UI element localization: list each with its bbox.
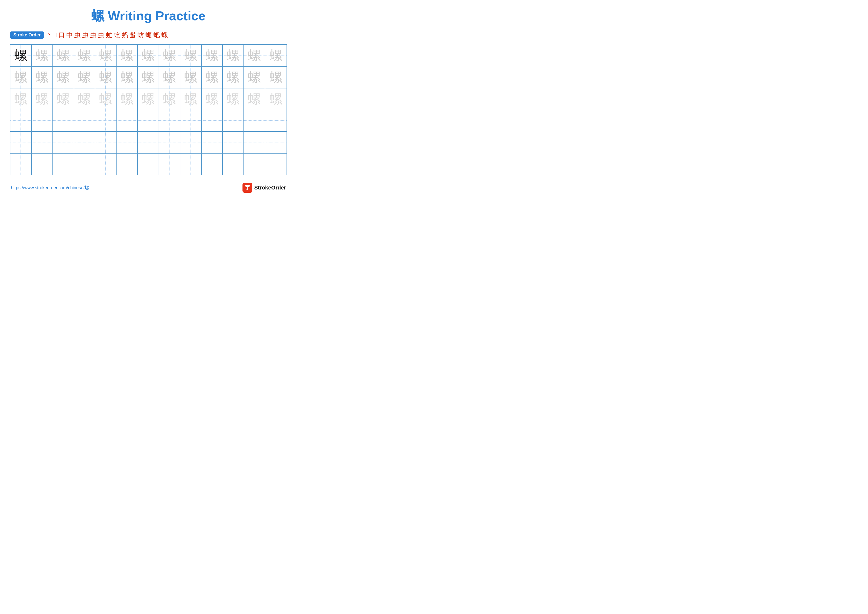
grid-cell-5-9 [202,154,223,175]
grid-cell-1-5: 螺 [116,67,138,88]
stroke-char-6: 虫 [90,31,96,39]
grid-cell-5-6 [138,154,159,175]
grid-cell-2-6: 螺 [138,89,159,110]
grid-cell-5-12 [265,154,287,175]
cell-char-0-8: 螺 [184,49,197,62]
stroke-char-2: 口 [58,31,65,39]
grid-cell-1-9: 螺 [202,67,223,88]
grid-cell-4-2 [53,132,74,153]
grid-cell-3-7 [159,110,180,132]
cell-char-2-6: 螺 [142,93,155,106]
grid-cell-4-5 [116,132,138,153]
cell-char-0-3: 螺 [78,49,91,62]
stroke-char-12: 蚄 [138,31,144,39]
grid-cell-3-2 [53,110,74,132]
stroke-char-5: 虫 [82,31,88,39]
footer-brand: 字 StrokeOrder [242,183,286,193]
grid-cell-1-0: 螺 [10,67,32,88]
grid-cell-4-0 [10,132,32,153]
grid-cell-3-11 [244,110,265,132]
grid-cell-3-6 [138,110,159,132]
cell-char-0-12: 螺 [270,49,282,62]
cell-char-2-1: 螺 [36,93,48,106]
grid-cell-1-4: 螺 [95,67,116,88]
cell-char-2-2: 螺 [57,93,70,106]
grid-cell-4-11 [244,132,265,153]
cell-char-0-0: 螺 [14,49,27,62]
grid-cell-2-2: 螺 [53,89,74,110]
grid-cell-3-0 [10,110,32,132]
cell-char-1-9: 螺 [206,71,219,84]
title-suffix: Writing Practice [104,9,205,23]
grid-cell-5-3 [74,154,96,175]
grid-cell-5-8 [180,154,202,175]
grid-cell-3-1 [32,110,53,132]
page-title: 螺 Writing Practice [10,8,287,25]
grid-cell-0-6: 螺 [138,45,159,66]
cell-char-0-9: 螺 [206,49,219,62]
grid-cell-2-8: 螺 [180,89,202,110]
grid-cell-3-5 [116,110,138,132]
grid-cell-5-1 [32,154,53,175]
cell-char-0-1: 螺 [36,49,48,62]
grid-cell-0-1: 螺 [32,45,53,66]
cell-char-2-10: 螺 [227,93,240,106]
cell-char-2-4: 螺 [99,93,112,106]
stroke-char-13: 蚅 [146,31,152,39]
cell-char-1-3: 螺 [78,71,91,84]
grid-cell-4-8 [180,132,202,153]
practice-grid: 螺螺螺螺螺螺螺螺螺螺螺螺螺螺螺螺螺螺螺螺螺螺螺螺螺螺螺螺螺螺螺螺螺螺螺螺螺螺螺 [10,44,287,176]
grid-cell-4-9 [202,132,223,153]
grid-cell-4-7 [159,132,180,153]
stroke-char-10: 蚂 [122,31,128,39]
grid-cell-4-6 [138,132,159,153]
grid-cell-1-7: 螺 [159,67,180,88]
grid-row-3 [10,110,287,132]
grid-cell-3-9 [202,110,223,132]
cell-char-2-12: 螺 [270,93,282,106]
brand-icon: 字 [242,183,253,193]
grid-cell-0-12: 螺 [265,45,287,66]
grid-row-1: 螺螺螺螺螺螺螺螺螺螺螺螺螺 [10,67,287,89]
grid-cell-1-8: 螺 [180,67,202,88]
grid-row-2: 螺螺螺螺螺螺螺螺螺螺螺螺螺 [10,89,287,110]
grid-row-4 [10,132,287,154]
grid-cell-5-2 [53,154,74,175]
grid-cell-0-8: 螺 [180,45,202,66]
grid-cell-0-4: 螺 [95,45,116,66]
stroke-order-badge: Stroke Order [10,31,44,39]
cell-char-2-8: 螺 [184,93,197,106]
grid-cell-1-11: 螺 [244,67,265,88]
cell-char-1-7: 螺 [163,71,176,84]
stroke-order-row: Stroke Order 丶𠃌口中虫虫虫虫虻虼蚂蚃蚄蚅蚆螺 [10,31,287,39]
cell-char-1-10: 螺 [227,71,240,84]
grid-cell-5-4 [95,154,116,175]
cell-char-1-0: 螺 [14,71,27,84]
grid-cell-2-3: 螺 [74,89,96,110]
cell-char-0-11: 螺 [248,49,261,62]
grid-row-5 [10,154,287,175]
stroke-char-11: 蚃 [130,31,136,39]
grid-cell-3-3 [74,110,96,132]
grid-cell-0-10: 螺 [223,45,244,66]
grid-cell-5-0 [10,154,32,175]
grid-cell-3-8 [180,110,202,132]
grid-cell-1-3: 螺 [74,67,96,88]
cell-char-0-4: 螺 [99,49,112,62]
cell-char-1-1: 螺 [36,71,48,84]
cell-char-1-4: 螺 [99,71,112,84]
footer-url[interactable]: https://www.strokeorder.com/chinese/螺 [11,185,89,191]
grid-cell-5-5 [116,154,138,175]
stroke-char-0: 丶 [46,31,53,39]
grid-cell-2-12: 螺 [265,89,287,110]
grid-cell-0-9: 螺 [202,45,223,66]
grid-cell-2-9: 螺 [202,89,223,110]
cell-char-2-5: 螺 [121,93,133,106]
grid-cell-1-2: 螺 [53,67,74,88]
stroke-chars-container: 丶𠃌口中虫虫虫虫虻虼蚂蚃蚄蚅蚆螺 [46,31,168,39]
cell-char-1-5: 螺 [121,71,133,84]
cell-char-1-11: 螺 [248,71,261,84]
cell-char-0-10: 螺 [227,49,240,62]
grid-cell-0-11: 螺 [244,45,265,66]
stroke-char-9: 虼 [114,31,120,39]
